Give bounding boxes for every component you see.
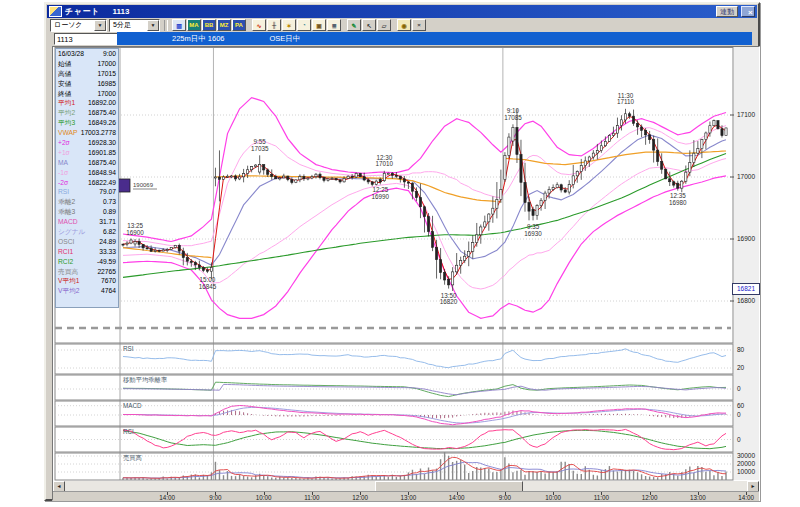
pointer-icon[interactable]: ↖	[362, 19, 376, 31]
eraser-icon[interactable]: ▱	[377, 19, 391, 31]
indicator-axis-label: 0	[737, 386, 741, 392]
info-row: MA16875.40	[56, 158, 118, 168]
indicator-panel-label: RSI	[123, 345, 134, 352]
indicator-panel-label: RCI	[123, 428, 134, 435]
titlebar[interactable]: チャート 1113 連動 ×	[47, 5, 757, 18]
price-annotation: 13:2516900	[126, 222, 144, 236]
info-row-value: 6.82	[103, 227, 116, 237]
app-icon	[49, 6, 62, 17]
info-row: 16/03/289:00	[56, 49, 118, 59]
chart-window: チャート 1113 連動 × ローソク ▼ 5分足 ▼ ▥MABBMZPA∿╫✶…	[44, 2, 760, 501]
indicator-panel-label: 移動平均乖離率	[123, 376, 167, 385]
indicator-axis-label: 30000	[737, 453, 755, 459]
line-chart-icon[interactable]: ∿	[252, 19, 266, 31]
mz-indicator-icon[interactable]: MZ	[217, 19, 231, 31]
info-row-label: MACD	[58, 217, 78, 227]
info-row: RCI2-49.59	[56, 257, 118, 267]
time-axis-label: 12:00	[642, 494, 658, 501]
screen: チャート 1113 連動 × ローソク ▼ 5分足 ▼ ▥MABBMZPA∿╫✶…	[0, 0, 800, 507]
time-axis-label: 12:00	[352, 494, 368, 501]
k-chart-icon[interactable]: ╫	[267, 19, 281, 31]
info-row-value: 16901.85	[88, 148, 116, 158]
symbol-code-input[interactable]	[54, 33, 120, 45]
clock-icon[interactable]: ◔	[297, 19, 311, 31]
bb-indicator-icon[interactable]: BB	[202, 19, 216, 31]
chart-svg: 13:251690015:00168459:551703512:25169901…	[53, 47, 759, 500]
indicator-panel-label: MACD	[123, 402, 142, 409]
info-row: MACD31.71	[56, 217, 118, 227]
indicator-panel-label: 売買高	[123, 454, 142, 463]
session-label: OSE日中	[270, 34, 301, 44]
current-price-marker: 16821	[732, 283, 760, 295]
info-row-label: 安値	[58, 79, 71, 89]
info-row: 平均316849.26	[56, 118, 118, 128]
info-row-value: 31.71	[99, 217, 116, 227]
horizontal-scrollbar[interactable]: ◄►	[53, 481, 759, 491]
info-row-label: 16/03/28	[58, 49, 84, 59]
info-row-label: -1σ	[58, 168, 68, 178]
toolbar-icon-group: ▥MABBMZPA∿╫✶◔▣≣✎↖▱◉×	[172, 19, 426, 31]
chart-type-select[interactable]: ローソク ▼	[50, 19, 107, 32]
info-row-value: 16985	[97, 79, 116, 89]
time-axis-label: 10:00	[545, 494, 561, 501]
info-row-label: 乖離3	[58, 207, 75, 217]
info-row: 売買高22765	[56, 267, 118, 277]
price-annotation: 11:3017110	[617, 92, 635, 106]
price-annotation: 13:5016820	[440, 292, 458, 306]
link-button[interactable]: 連動	[716, 6, 738, 17]
ma-indicator-icon[interactable]: MA	[187, 19, 201, 31]
close-button[interactable]: ×	[741, 6, 755, 17]
chevron-down-icon: ▼	[147, 20, 159, 31]
info-row: OSCI24.89	[56, 237, 118, 247]
price-annotation: 9:1017085	[504, 107, 522, 121]
star-chart-icon[interactable]: ✶	[282, 19, 296, 31]
chart-type-value: ローソク	[54, 20, 83, 30]
info-row: 始値17000	[56, 59, 118, 69]
window-title: チャート	[65, 6, 100, 17]
info-row-value: 33.33	[99, 247, 116, 257]
info-row-value: 7670	[101, 276, 116, 286]
info-row-label: 始値	[58, 59, 71, 69]
indicator-axis-label: 0	[737, 437, 741, 443]
timeframe-select[interactable]: 5分足 ▼	[109, 19, 160, 32]
chart-style-icon[interactable]: ▥	[172, 19, 186, 31]
time-axis-label: 13:00	[401, 494, 417, 501]
price-annotation: 12:3516980	[669, 192, 687, 206]
info-row: 乖離20.73	[56, 197, 118, 207]
quote-info-panel: 16/03/289:00始値17000高値17015安値16985終値17000…	[55, 48, 119, 308]
info-row: V平均17670	[56, 276, 118, 286]
snapshot-icon[interactable]: ▣	[312, 19, 326, 31]
info-row-value: 17000	[97, 89, 116, 99]
info-row-label: +2σ	[58, 138, 70, 148]
cancel-icon[interactable]: ×	[412, 19, 426, 31]
indicator-axis-label: 60	[737, 403, 744, 409]
info-row-value: 16849.26	[88, 118, 116, 128]
close-icon: ×	[748, 8, 753, 17]
board-list-icon[interactable]: ≣	[327, 19, 341, 31]
info-row-value: 17000	[97, 59, 116, 69]
info-row-value: 16848.94	[88, 168, 116, 178]
indicator-axis-label: 10000	[737, 469, 755, 475]
info-row-label: 高値	[58, 69, 71, 79]
price-axis-label: 17100	[737, 112, 755, 118]
indicator-axis-label: 20000	[737, 461, 755, 467]
indicator-axis-label: 0	[737, 412, 741, 418]
pencil-icon[interactable]: ✎	[347, 19, 361, 31]
info-row: 安値16985	[56, 79, 118, 89]
info-row-label: 終値	[58, 89, 71, 99]
info-row: +1σ16901.85	[56, 148, 118, 158]
time-axis-label: 14:00	[449, 494, 465, 501]
info-row: VWAP17003.2778	[56, 128, 118, 138]
info-row: V平均24764	[56, 286, 118, 296]
info-row-label: -2σ	[58, 178, 68, 188]
info-row-value: 17003.2778	[81, 128, 116, 138]
info-row: -2σ16822.49	[56, 178, 118, 188]
info-row-value: 24.89	[99, 237, 116, 247]
symbol-bar: 225m日中 1606 OSE日中	[47, 32, 757, 46]
pa-indicator-icon[interactable]: PA	[232, 19, 246, 31]
info-row-label: V平均2	[58, 286, 80, 296]
info-row-value: 9:00	[103, 49, 116, 59]
info-row: シグナル6.82	[56, 227, 118, 237]
zoom-icon[interactable]: ◉	[397, 19, 411, 31]
price-annotation: 12:3017010	[376, 154, 394, 168]
